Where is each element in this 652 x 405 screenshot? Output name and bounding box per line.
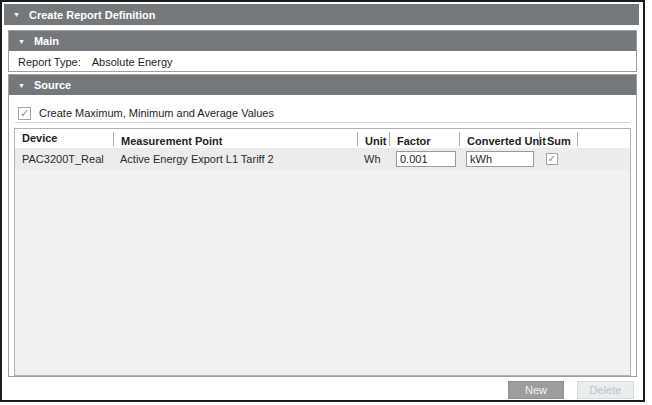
checkmark-icon: ✓ xyxy=(548,154,556,164)
column-header-unit: Unit xyxy=(357,132,389,146)
report-definition-panel: ▼ Create Report Definition ▼ Main Report… xyxy=(0,0,645,402)
report-type-label: Report Type: xyxy=(18,56,81,68)
checkmark-icon: ✓ xyxy=(20,108,29,119)
measurement-table: Device Measurement Point Unit Factor Con… xyxy=(14,128,631,376)
panel-title: Create Report Definition xyxy=(29,9,156,21)
cell-factor xyxy=(389,151,459,167)
collapse-triangle-icon: ▼ xyxy=(13,11,20,18)
sum-checkbox[interactable]: ✓ xyxy=(546,153,558,165)
cell-device: PAC3200T_Real xyxy=(15,153,113,165)
main-section-title: Main xyxy=(34,35,59,47)
source-section-title: Source xyxy=(34,79,71,91)
collapse-triangle-icon: ▼ xyxy=(18,38,25,45)
table-header-row: Device Measurement Point Unit Factor Con… xyxy=(15,129,630,148)
column-header-converted-unit: Converted Unit xyxy=(459,132,539,146)
cell-sum: ✓ xyxy=(539,153,577,165)
main-section-header[interactable]: ▼ Main xyxy=(9,31,636,51)
cell-measurement-point: Active Energy Export L1 Tariff 2 xyxy=(113,153,357,165)
column-header-measurement-point: Measurement Point xyxy=(113,132,357,146)
column-header-filler xyxy=(577,132,630,146)
main-section: ▼ Main Report Type: Absolute Energy xyxy=(8,30,637,72)
cell-unit: Wh xyxy=(357,153,389,165)
new-button[interactable]: New xyxy=(508,381,564,399)
source-divider xyxy=(15,122,630,123)
panel-header-create-report-definition[interactable]: ▼ Create Report Definition xyxy=(4,4,639,25)
delete-button[interactable]: Delete xyxy=(577,381,634,399)
cell-converted-unit xyxy=(459,151,539,167)
create-min-max-avg-checkbox[interactable]: ✓ xyxy=(18,107,31,120)
converted-unit-input[interactable] xyxy=(466,151,534,167)
table-row[interactable]: PAC3200T_Real Active Energy Export L1 Ta… xyxy=(15,148,630,170)
create-min-max-avg-label: Create Maximum, Minimum and Average Valu… xyxy=(39,107,274,119)
column-header-sum: Sum xyxy=(539,132,577,146)
collapse-triangle-icon: ▼ xyxy=(18,82,25,89)
report-type-value: Absolute Energy xyxy=(92,56,173,68)
table-empty-area xyxy=(15,170,630,375)
column-header-factor: Factor xyxy=(389,132,459,146)
source-section: ▼ Source ✓ Create Maximum, Minimum and A… xyxy=(8,74,637,377)
source-section-header[interactable]: ▼ Source xyxy=(9,75,636,95)
factor-input[interactable] xyxy=(396,151,456,167)
column-header-device: Device xyxy=(15,129,113,148)
